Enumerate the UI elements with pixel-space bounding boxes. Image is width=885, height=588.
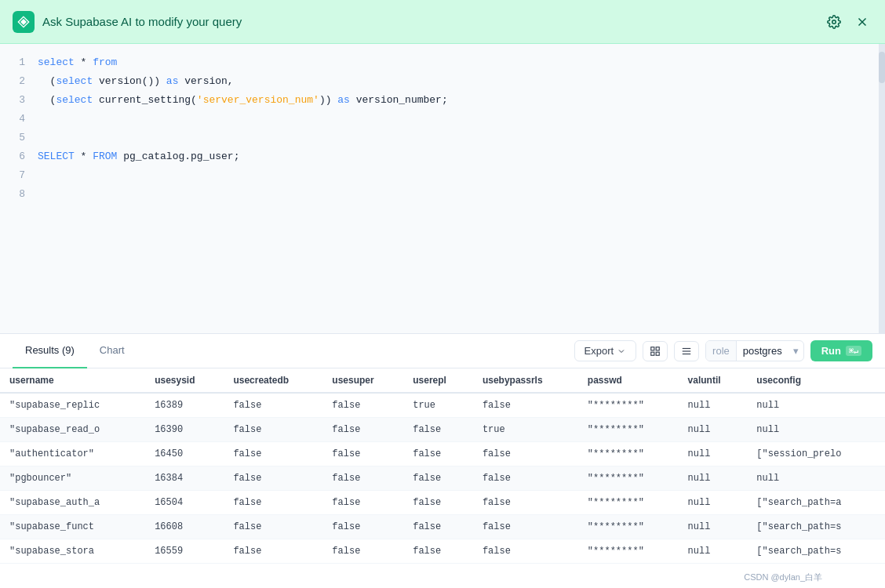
col-passwd: passwd bbox=[578, 368, 679, 393]
ai-banner-left: Ask Supabase AI to modify your query bbox=[13, 11, 242, 33]
table-cell: "supabase_read_o bbox=[0, 418, 145, 442]
table-cell: false bbox=[473, 539, 578, 564]
svg-point-0 bbox=[832, 20, 836, 24]
table-cell: null bbox=[747, 466, 885, 491]
table-cell: 16389 bbox=[145, 393, 224, 418]
tabs-left: Results (9) Chart bbox=[13, 334, 137, 368]
diamond-icon bbox=[17, 16, 30, 28]
tabs-bar: Results (9) Chart Export role postgres ▾ bbox=[0, 334, 885, 368]
table-cell: "pgbouncer" bbox=[0, 466, 145, 491]
export-label: Export bbox=[585, 345, 614, 357]
table-cell: false bbox=[473, 491, 578, 515]
col-usesuper: usesuper bbox=[322, 368, 403, 393]
table-cell: 16450 bbox=[145, 442, 224, 466]
table-cell: "********" bbox=[578, 539, 679, 564]
table-cell: ["search_path=a bbox=[747, 491, 885, 515]
role-chevron-icon: ▾ bbox=[788, 341, 803, 361]
code-line-3: (select current_setting('server_version_… bbox=[38, 91, 885, 110]
table-cell: false bbox=[322, 442, 403, 466]
table-row: "supabase_replic16389falsefalsetruefalse… bbox=[0, 393, 885, 418]
table-cell: false bbox=[403, 539, 473, 564]
svg-rect-6 bbox=[656, 352, 659, 355]
table-row: "supabase_funct16608falsefalsefalsefalse… bbox=[0, 515, 885, 539]
editor-content: 1 2 3 4 5 6 7 8 select * from (select ve… bbox=[0, 44, 885, 213]
table-cell: null bbox=[679, 491, 748, 515]
list-view-button[interactable] bbox=[674, 341, 699, 361]
col-username: username bbox=[0, 368, 145, 393]
tab-chart[interactable]: Chart bbox=[87, 334, 137, 368]
table-cell: false bbox=[322, 491, 403, 515]
line-numbers: 1 2 3 4 5 6 7 8 bbox=[0, 53, 38, 204]
ai-banner-title: Ask Supabase AI to modify your query bbox=[42, 15, 242, 28]
code-line-2: (select version()) as version, bbox=[38, 72, 885, 91]
role-selector[interactable]: role postgres ▾ bbox=[705, 340, 804, 361]
run-button[interactable]: Run ⌘↵ bbox=[810, 340, 872, 361]
table-cell: "supabase_replic bbox=[0, 393, 145, 418]
table-cell: false bbox=[322, 466, 403, 491]
code-line-7 bbox=[38, 166, 885, 185]
results-wrapper[interactable]: username usesysid usecreatedb usesuper u… bbox=[0, 368, 885, 588]
grid-icon bbox=[650, 346, 661, 357]
chevron-down-icon bbox=[617, 347, 626, 356]
col-valuntil: valuntil bbox=[679, 368, 748, 393]
table-cell: ["session_prelo bbox=[747, 442, 885, 466]
table-cell: "********" bbox=[578, 491, 679, 515]
code-line-5 bbox=[38, 129, 885, 147]
table-cell: "********" bbox=[578, 442, 679, 466]
table-header: username usesysid usecreatedb usesuper u… bbox=[0, 368, 885, 393]
settings-button[interactable] bbox=[824, 12, 844, 32]
code-lines: select * from (select version()) as vers… bbox=[38, 53, 885, 204]
supabase-ai-icon bbox=[13, 11, 35, 33]
scrollbar-thumb[interactable] bbox=[879, 52, 885, 83]
table-cell: null bbox=[679, 418, 748, 442]
col-usebypassrls: usebypassrls bbox=[473, 368, 578, 393]
table-cell: null bbox=[679, 539, 748, 564]
table-cell: false bbox=[224, 442, 322, 466]
code-editor[interactable]: 1 2 3 4 5 6 7 8 select * from (select ve… bbox=[0, 44, 885, 334]
table-cell: false bbox=[224, 539, 322, 564]
table-row: "authenticator"16450falsefalsefalsefalse… bbox=[0, 442, 885, 466]
table-cell: false bbox=[403, 466, 473, 491]
role-value: postgres bbox=[737, 341, 788, 361]
table-cell: false bbox=[473, 393, 578, 418]
table-cell: null bbox=[747, 393, 885, 418]
table-cell: null bbox=[679, 466, 748, 491]
table-cell: null bbox=[679, 393, 748, 418]
table-cell: ["search_path=s bbox=[747, 515, 885, 539]
editor-scrollbar[interactable] bbox=[879, 44, 885, 333]
code-line-1: select * from bbox=[38, 53, 885, 72]
table-cell: false bbox=[403, 442, 473, 466]
table-cell: false bbox=[403, 491, 473, 515]
table-body: "supabase_replic16389falsefalsetruefalse… bbox=[0, 393, 885, 564]
table-row: "supabase_stora16559falsefalsefalsefalse… bbox=[0, 539, 885, 564]
table-cell: false bbox=[322, 539, 403, 564]
tab-results[interactable]: Results (9) bbox=[13, 334, 87, 368]
export-button[interactable]: Export bbox=[574, 340, 637, 361]
table-cell: false bbox=[224, 491, 322, 515]
table-cell: false bbox=[322, 515, 403, 539]
table-cell: false bbox=[403, 418, 473, 442]
ai-banner: Ask Supabase AI to modify your query bbox=[0, 0, 885, 44]
run-label: Run bbox=[821, 345, 841, 357]
table-cell: null bbox=[747, 418, 885, 442]
close-button[interactable] bbox=[852, 12, 872, 32]
run-shortcut: ⌘↵ bbox=[846, 346, 861, 356]
table-cell: null bbox=[679, 442, 748, 466]
table-cell: false bbox=[224, 418, 322, 442]
grid-view-button[interactable] bbox=[643, 341, 668, 361]
col-useconfig: useconfig bbox=[747, 368, 885, 393]
table-cell: null bbox=[679, 515, 748, 539]
table-cell: "supabase_auth_a bbox=[0, 491, 145, 515]
table-cell: false bbox=[224, 515, 322, 539]
table-cell: false bbox=[224, 466, 322, 491]
table-cell: "********" bbox=[578, 418, 679, 442]
col-userepl: userepl bbox=[403, 368, 473, 393]
close-icon bbox=[855, 15, 869, 29]
table-cell: false bbox=[224, 393, 322, 418]
list-icon bbox=[681, 346, 692, 357]
table-cell: ["search_path=s bbox=[747, 539, 885, 564]
col-usecreatedb: usecreatedb bbox=[224, 368, 322, 393]
ai-banner-actions bbox=[824, 12, 872, 32]
table-cell: false bbox=[473, 442, 578, 466]
table-cell: 16559 bbox=[145, 539, 224, 564]
